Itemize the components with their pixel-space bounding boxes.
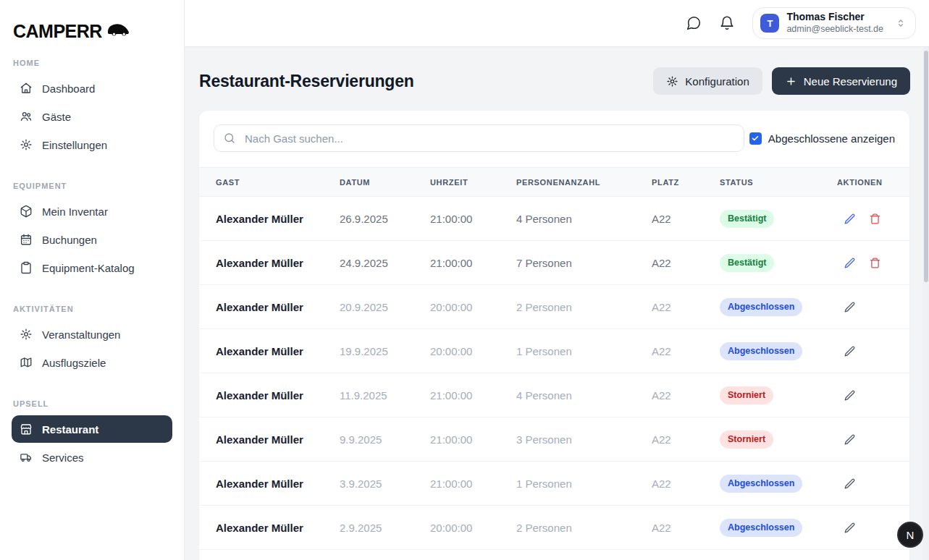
sidebar-item-services[interactable]: Services (12, 444, 172, 471)
sidebar-section-label: AKTIVITÄTEN (13, 305, 171, 313)
edit-button[interactable] (841, 387, 858, 404)
plus-icon (785, 75, 797, 88)
sidebar-item-mein-inventar[interactable]: Mein Inventar (12, 198, 172, 225)
table-row: Alexander Müller26.9.202521:00:004 Perso… (199, 197, 909, 241)
cell-status: Abgeschlossen (720, 462, 837, 506)
column-header-6: AKTIONEN (837, 168, 909, 197)
column-header-2: UHRZEIT (430, 168, 516, 197)
cell-uhrzeit: 21:00:00 (430, 373, 516, 417)
table-row: Alexander Müller11.9.202521:00:004 Perso… (199, 373, 909, 417)
status-badge: Abgeschlossen (720, 342, 802, 360)
cell-personen: 7 Personen (516, 241, 652, 285)
n-floating-button[interactable]: N (897, 522, 923, 548)
neue-reservierung-button[interactable]: Neue Reservierung (772, 67, 910, 95)
page-title: Restaurant-Reservierungen (199, 72, 414, 91)
edit-button[interactable] (841, 255, 858, 271)
cell-status: Storniert (720, 373, 837, 417)
brand-name: CAMPERR (13, 21, 102, 42)
cell-personen: 2 Personen (516, 285, 652, 329)
user-menu[interactable]: T Thomas Fischer admin@seeblick-test.de (752, 7, 916, 39)
cell-status: Abgeschlossen (720, 506, 837, 550)
status-badge: Abgeschlossen (720, 519, 802, 537)
table-row: Alexander Müller19.9.202520:00:001 Perso… (199, 329, 909, 373)
cell-platz: A22 (652, 417, 720, 462)
edit-button[interactable] (841, 211, 858, 227)
map-icon (20, 356, 33, 369)
checkbox-checked-icon[interactable] (749, 132, 762, 145)
reservations-card: Abgeschlossene anzeigen GASTDATUMUHRZEIT… (199, 111, 909, 560)
sidebar-item-gaeste[interactable]: Gäste (12, 103, 172, 130)
gear-icon (666, 75, 678, 88)
calendar-icon (20, 233, 33, 246)
cell-gast: Alexander Müller (199, 197, 340, 241)
delete-button[interactable] (867, 255, 883, 271)
camper-van-icon (107, 22, 130, 41)
sidebar-item-veranstaltungen[interactable]: Veranstaltungen (12, 321, 172, 348)
edit-button[interactable] (841, 299, 858, 315)
sidebar-item-buchungen[interactable]: Buchungen (12, 226, 172, 253)
clipboard-icon (20, 261, 33, 274)
cell-datum: 19.9.2025 (340, 329, 430, 373)
cell-gast: Alexander Müller (199, 285, 340, 329)
sidebar-item-label: Mein Inventar (42, 205, 108, 218)
cell-datum: 2.9.2025 (340, 506, 430, 550)
package-icon (20, 205, 33, 218)
cell-uhrzeit: 21:00:00 (430, 197, 516, 241)
table-row: Alexander Müller9.9.202521:00:003 Person… (199, 417, 909, 462)
user-email: admin@seeblick-test.de (786, 24, 883, 35)
gear-icon (20, 138, 33, 151)
table-body: Alexander Müller26.9.202521:00:004 Perso… (199, 197, 909, 550)
truck-icon (20, 451, 33, 464)
cell-datum: 26.9.2025 (340, 197, 430, 241)
sidebar-section-label: HOME (13, 59, 171, 67)
status-badge: Storniert (720, 386, 773, 404)
sidebar-item-ausflugsziele[interactable]: Ausflugsziele (12, 349, 172, 376)
cell-gast: Alexander Müller (199, 373, 340, 417)
cell-aktionen (837, 462, 909, 506)
cell-uhrzeit: 20:00:00 (430, 506, 516, 550)
search-input[interactable] (214, 124, 744, 152)
cell-status: Abgeschlossen (720, 329, 837, 373)
reservations-table: GASTDATUMUHRZEITPERSONENANZAHLPLATZSTATU… (199, 167, 909, 550)
cell-uhrzeit: 21:00:00 (430, 462, 516, 506)
edit-button[interactable] (841, 431, 858, 448)
cell-gast: Alexander Müller (199, 462, 340, 506)
bell-icon[interactable] (719, 15, 735, 31)
cell-gast: Alexander Müller (199, 241, 340, 285)
sidebar-item-equipment-katalog[interactable]: Equipment-Katalog (12, 254, 172, 281)
sidebar-item-dashboard[interactable]: Dashboard (12, 75, 172, 102)
scrollbar-thumb[interactable] (924, 51, 928, 282)
chat-icon[interactable] (686, 15, 702, 31)
table-row: Alexander Müller3.9.202521:00:001 Person… (199, 462, 909, 506)
cell-aktionen (837, 329, 909, 373)
cell-datum: 3.9.2025 (340, 462, 430, 506)
chevrons-up-down-icon (895, 17, 907, 29)
sidebar: CAMPERR HOMEDashboardGästeEinstellungenE… (0, 0, 185, 560)
sidebar-item-label: Buchungen (42, 234, 97, 246)
cell-status: Bestätigt (720, 241, 837, 285)
edit-button[interactable] (841, 519, 858, 536)
column-header-3: PERSONENANZAHL (516, 168, 652, 197)
cell-platz: A22 (652, 506, 720, 550)
table-row: Alexander Müller24.9.202521:00:007 Perso… (199, 241, 909, 285)
edit-button[interactable] (841, 475, 858, 492)
avatar: T (760, 14, 779, 33)
sidebar-item-label: Gäste (42, 111, 71, 123)
sidebar-item-label: Services (42, 451, 84, 464)
sidebar-item-restaurant[interactable]: Restaurant (12, 415, 172, 443)
edit-button[interactable] (841, 343, 858, 360)
users-icon (20, 110, 33, 123)
delete-button[interactable] (867, 211, 883, 227)
konfiguration-button[interactable]: Konfiguration (653, 67, 762, 95)
column-header-5: STATUS (720, 168, 837, 197)
cell-personen: 1 Personen (516, 462, 652, 506)
show-completed-toggle[interactable]: Abgeschlossene anzeigen (749, 132, 895, 145)
cell-platz: A22 (652, 329, 720, 373)
table-row: Alexander Müller20.9.202520:00:002 Perso… (199, 285, 909, 329)
search-field (214, 124, 744, 152)
sidebar-item-einstellungen[interactable]: Einstellungen (12, 131, 172, 158)
home-icon (20, 82, 33, 95)
cell-aktionen (837, 417, 909, 462)
status-badge: Abgeschlossen (720, 298, 802, 316)
cell-platz: A22 (652, 373, 720, 417)
